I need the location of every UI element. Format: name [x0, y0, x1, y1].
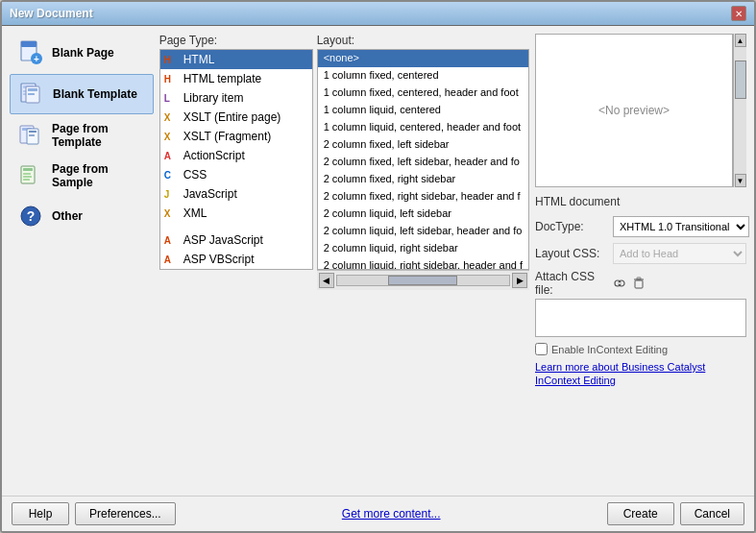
get-more-content-link[interactable]: Get more content... — [182, 507, 601, 521]
blank-template-label: Blank Template — [53, 87, 137, 101]
close-button[interactable]: ✕ — [731, 6, 746, 21]
svg-rect-19 — [23, 176, 32, 178]
preferences-button[interactable]: Preferences... — [75, 502, 176, 525]
blank-page-label: Blank Page — [52, 46, 114, 60]
css-icon: C — [164, 167, 180, 182]
page-type-asp-js[interactable]: A ASP JavaScript — [160, 230, 312, 250]
javascript-icon: J — [164, 186, 180, 202]
xml-icon: X — [164, 206, 180, 221]
bottom-buttons-bar: Help Preferences... Get more content... … — [2, 496, 754, 531]
scroll-down-btn[interactable]: ▼ — [735, 174, 746, 187]
layout-css-row: Layout CSS: Add to Head — [535, 243, 746, 264]
svg-text:?: ? — [27, 208, 36, 224]
scroll-up-btn[interactable]: ▲ — [735, 34, 746, 47]
html-template-icon: H — [164, 71, 180, 86]
layout-2col-ll-hf[interactable]: 2 column liquid, left sidebar, header an… — [318, 223, 528, 240]
help-button[interactable]: Help — [12, 502, 69, 525]
scroll-right-btn[interactable]: ▶ — [512, 273, 527, 288]
html-doc-label: HTML document — [535, 191, 746, 212]
page-type-library-item[interactable]: L Library item — [160, 88, 312, 108]
page-type-asp-vb[interactable]: A ASP VBScript — [160, 250, 312, 269]
other-icon: ? — [15, 201, 46, 231]
layout-1col-fc[interactable]: 1 column fixed, centered — [318, 67, 528, 85]
layout-2col-fr[interactable]: 2 column fixed, right sidebar — [318, 171, 528, 188]
preview-box: <No preview> — [535, 34, 733, 187]
layout-label: Layout: — [317, 34, 529, 47]
preview-with-scrollbar: <No preview> ▲ ▼ — [535, 34, 746, 187]
svg-rect-9 — [28, 88, 37, 91]
blank-template-icon — [16, 79, 47, 109]
attach-css-delete-btn[interactable] — [630, 275, 647, 292]
svg-rect-18 — [23, 173, 31, 175]
attach-css-header-row: Attach CSS file: — [535, 270, 746, 297]
page-type-xml[interactable]: X XML — [160, 204, 312, 223]
asp-js-icon: A — [164, 232, 180, 248]
incontext-editing-checkbox[interactable] — [535, 343, 548, 355]
page-from-sample-item[interactable]: Page from Sample — [10, 157, 154, 195]
scroll-left-btn[interactable]: ◀ — [319, 273, 334, 288]
layout-2col-fl-hf[interactable]: 2 column fixed, left sidebar, header and… — [318, 154, 528, 171]
incontext-editing-row: Enable InContext Editing — [535, 343, 746, 355]
svg-rect-28 — [637, 278, 641, 279]
page-type-javascript[interactable]: J JavaScript — [160, 184, 312, 204]
page-type-column: Page Type: H HTML H HTML template L Libr… — [159, 34, 313, 488]
right-panel: <No preview> ▲ ▼ HTML document DocType: … — [535, 34, 746, 488]
svg-rect-20 — [23, 179, 30, 181]
blank-template-item[interactable]: Blank Template — [10, 74, 154, 114]
doctype-select[interactable]: XHTML 1.0 Transitional HTML 5 XHTML 1.0 … — [613, 216, 749, 237]
svg-rect-15 — [29, 134, 35, 136]
page-from-sample-icon — [15, 160, 46, 191]
new-document-window: New Document ✕ + Blank Page — [0, 0, 756, 533]
layout-2col-lr-hf[interactable]: 2 column liquid, right sidebar, header a… — [318, 257, 528, 270]
svg-rect-10 — [28, 93, 35, 95]
layout-list[interactable]: <none> 1 column fixed, centered 1 column… — [317, 49, 529, 270]
other-label: Other — [52, 209, 83, 223]
svg-rect-17 — [23, 168, 33, 171]
page-type-xslt-fragment[interactable]: X XSLT (Fragment) — [160, 127, 312, 146]
attach-css-input[interactable] — [535, 299, 746, 337]
page-type-xslt-entire[interactable]: X XSLT (Entire page) — [160, 108, 312, 127]
scroll-thumb — [388, 276, 457, 285]
incontext-link[interactable]: InContext Editing — [535, 375, 746, 386]
page-type-html[interactable]: H HTML — [160, 50, 312, 69]
scroll-track[interactable] — [336, 275, 510, 286]
layout-1col-lc-hf[interactable]: 1 column liquid, centered, header and fo… — [318, 119, 528, 136]
horizontal-scrollbar[interactable]: ◀ ▶ — [317, 270, 529, 290]
page-from-template-icon — [15, 120, 46, 151]
create-button[interactable]: Create — [607, 502, 674, 525]
cancel-button[interactable]: Cancel — [680, 502, 744, 525]
layout-2col-fr-hf[interactable]: 2 column fixed, right sidebar, header an… — [318, 188, 528, 206]
svg-rect-26 — [635, 280, 643, 288]
other-item[interactable]: ? Other — [10, 197, 154, 235]
layout-2col-ll[interactable]: 2 column liquid, left sidebar — [318, 206, 528, 223]
learn-more-link[interactable]: Learn more about Business Catalyst — [535, 361, 746, 373]
page-type-aspnet-c[interactable]: A ASP.NET C# — [160, 269, 312, 270]
attach-css-area: Attach CSS file: — [535, 270, 746, 337]
layout-1col-lc[interactable]: 1 column liquid, centered — [318, 102, 528, 119]
layout-2col-lr[interactable]: 2 column liquid, right sidebar — [318, 240, 528, 257]
page-type-actionscript[interactable]: A ActionScript — [160, 146, 312, 165]
doctype-row: DocType: XHTML 1.0 Transitional HTML 5 X… — [535, 216, 746, 237]
page-type-html-template[interactable]: H HTML template — [160, 69, 312, 88]
no-preview-text: <No preview> — [598, 104, 670, 117]
asp-vb-icon: A — [164, 252, 180, 267]
incontext-editing-label[interactable]: Enable InContext Editing — [551, 344, 668, 355]
attach-css-label: Attach CSS file: — [535, 270, 607, 297]
page-type-css[interactable]: C CSS — [160, 165, 312, 184]
xslt-fragment-icon: X — [164, 129, 180, 144]
layout-css-label: Layout CSS: — [535, 247, 607, 260]
type-layout-area: Page Type: H HTML H HTML template L Libr… — [159, 34, 529, 488]
vertical-scrollbar[interactable]: ▲ ▼ — [733, 34, 746, 187]
layout-2col-fl[interactable]: 2 column fixed, left sidebar — [318, 136, 528, 154]
layout-column: Layout: <none> 1 column fixed, centered … — [317, 34, 529, 488]
attach-css-link-btn[interactable] — [611, 275, 628, 292]
layout-1col-fc-hf[interactable]: 1 column fixed, centered, header and foo… — [318, 85, 528, 102]
layout-css-select[interactable]: Add to Head — [613, 243, 746, 264]
page-from-template-item[interactable]: Page from Template — [10, 116, 154, 155]
blank-page-item[interactable]: + Blank Page — [10, 34, 154, 72]
library-icon: L — [164, 90, 180, 106]
page-type-list[interactable]: H HTML H HTML template L Library item X … — [159, 49, 313, 270]
vscroll-thumb — [735, 61, 746, 99]
page-from-sample-label: Page from Sample — [52, 162, 148, 190]
layout-none[interactable]: <none> — [318, 50, 528, 67]
